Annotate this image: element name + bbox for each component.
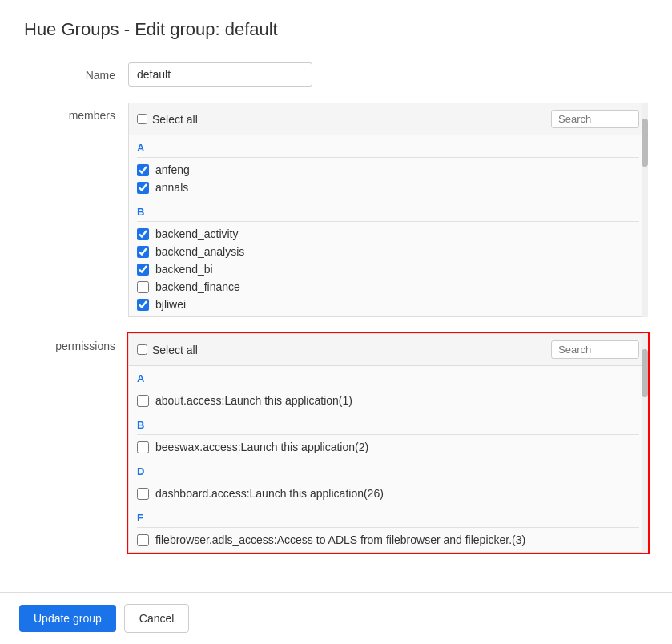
permissions-group-d: D dashboard.access:Launch this applicati… xyxy=(137,459,639,502)
permissions-letter-a: A xyxy=(137,366,639,388)
permissions-scrollbar-track xyxy=(642,333,648,553)
permissions-select-header: Select all xyxy=(129,334,647,366)
permissions-group-f: F filebrowser.adls_access:Access to ADLS… xyxy=(137,505,639,549)
list-item: filebrowser.adls_access:Access to ADLS f… xyxy=(137,531,639,549)
list-item: anfeng xyxy=(137,161,639,179)
list-item: backend_analysis xyxy=(137,243,639,260)
permissions-scrollbar-thumb[interactable] xyxy=(642,349,648,397)
main-content: Hue Groups - Edit group: default Name me… xyxy=(0,0,672,644)
members-letter-b: B xyxy=(137,199,639,222)
members-search-input[interactable] xyxy=(551,110,639,128)
member-bjliwei-label: bjliwei xyxy=(155,298,186,311)
member-backend-bi-checkbox[interactable] xyxy=(137,264,149,276)
permissions-select-all-checkbox[interactable] xyxy=(137,344,147,355)
permissions-letter-d: D xyxy=(137,459,639,481)
members-select-all-checkbox[interactable] xyxy=(137,114,147,124)
members-label: members xyxy=(24,103,128,122)
members-select-header: Select all xyxy=(129,103,647,135)
list-item: about.access:Launch this application(1) xyxy=(137,392,639,409)
members-group-a: A anfeng annals xyxy=(137,135,639,196)
member-backend-finance-checkbox[interactable] xyxy=(137,281,149,293)
footer: Update group Cancel xyxy=(0,592,672,644)
member-backend-activity-checkbox[interactable] xyxy=(137,228,149,240)
members-select-all-label[interactable]: Select all xyxy=(137,113,198,126)
permissions-row: permissions Select all A xyxy=(24,333,648,553)
member-backend-finance-label: backend_finance xyxy=(155,280,240,293)
list-item: backend_activity xyxy=(137,225,639,243)
list-item: dashboard.access:Launch this application… xyxy=(137,485,639,502)
member-anfeng-label: anfeng xyxy=(155,163,190,176)
permissions-select-container: Select all A about.access:Launch this ap… xyxy=(128,333,648,553)
permissions-group-a: A about.access:Launch this application(1… xyxy=(137,366,639,409)
perm-dashboard-label: dashboard.access:Launch this application… xyxy=(155,487,384,500)
member-annals-checkbox[interactable] xyxy=(137,182,149,194)
member-bjliwei-checkbox[interactable] xyxy=(137,299,149,311)
members-select-container: Select all A anfeng xyxy=(128,103,648,317)
permissions-select-all-text: Select all xyxy=(152,344,198,356)
permissions-letter-b: B xyxy=(137,413,639,435)
page-title: Hue Groups - Edit group: default xyxy=(24,19,648,40)
perm-about-access-checkbox[interactable] xyxy=(137,395,149,407)
members-multi-wrapper: Select all A anfeng xyxy=(128,103,648,317)
members-scrollbar-track xyxy=(642,103,648,317)
permissions-list-area: A about.access:Launch this application(1… xyxy=(129,366,647,552)
members-list-area: A anfeng annals B xyxy=(129,135,647,316)
name-input[interactable] xyxy=(128,62,312,87)
perm-beeswax-checkbox[interactable] xyxy=(137,441,149,453)
list-item: beeswax.access:Launch this application(2… xyxy=(137,438,639,456)
perm-dashboard-checkbox[interactable] xyxy=(137,488,149,500)
list-item: backend_finance xyxy=(137,278,639,296)
update-group-button[interactable]: Update group xyxy=(19,605,116,632)
permissions-select-all-label[interactable]: Select all xyxy=(137,344,198,356)
member-backend-bi-label: backend_bi xyxy=(155,263,213,276)
permissions-multi-wrapper: Select all A about.access:Launch this ap… xyxy=(128,333,648,553)
perm-filebrowser-label: filebrowser.adls_access:Access to ADLS f… xyxy=(155,533,525,546)
cancel-button[interactable]: Cancel xyxy=(124,604,190,633)
members-group-b: B backend_activity backend_analysis xyxy=(137,199,639,313)
member-anfeng-checkbox[interactable] xyxy=(137,164,149,176)
member-annals-label: annals xyxy=(155,181,188,194)
perm-beeswax-label: beeswax.access:Launch this application(2… xyxy=(155,441,368,453)
permissions-search-input[interactable] xyxy=(551,340,639,359)
members-letter-a: A xyxy=(137,135,639,158)
member-backend-activity-label: backend_activity xyxy=(155,227,239,240)
members-row: members Select all A xyxy=(24,103,648,317)
member-backend-analysis-label: backend_analysis xyxy=(155,245,244,258)
page-container: Hue Groups - Edit group: default Name me… xyxy=(0,0,672,644)
permissions-group-b: B beeswax.access:Launch this application… xyxy=(137,413,639,456)
members-select-all-text: Select all xyxy=(152,113,198,126)
list-item: backend_bi xyxy=(137,260,639,278)
perm-filebrowser-checkbox[interactable] xyxy=(137,534,149,546)
permissions-label: permissions xyxy=(24,333,128,352)
list-item: bjliwei xyxy=(137,296,639,313)
name-label: Name xyxy=(24,62,128,82)
name-row: Name xyxy=(24,62,648,87)
perm-about-access-label: about.access:Launch this application(1) xyxy=(155,394,352,407)
members-scrollbar-thumb[interactable] xyxy=(642,119,648,167)
permissions-letter-f: F xyxy=(137,505,639,528)
list-item: annals xyxy=(137,179,639,196)
member-backend-analysis-checkbox[interactable] xyxy=(137,246,149,258)
